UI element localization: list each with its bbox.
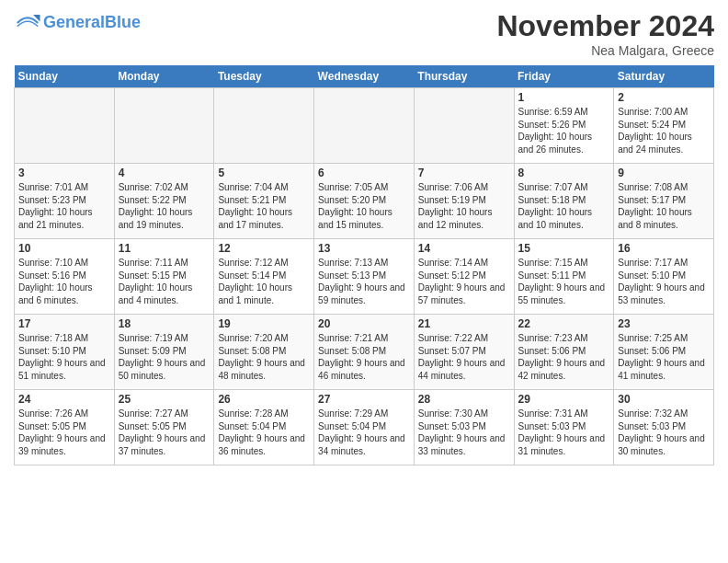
calendar-cell: 19Sunrise: 7:20 AM Sunset: 5:08 PM Dayli…	[214, 315, 314, 390]
calendar-cell: 23Sunrise: 7:25 AM Sunset: 5:06 PM Dayli…	[614, 315, 714, 390]
day-number: 11	[119, 242, 210, 255]
day-number: 7	[418, 167, 510, 179]
day-info: Sunrise: 7:27 AM Sunset: 5:05 PM Dayligh…	[119, 408, 210, 457]
calendar-cell	[314, 88, 415, 164]
calendar-week-row: 1Sunrise: 6:59 AM Sunset: 5:26 PM Daylig…	[15, 88, 714, 164]
col-wednesday: Wednesday	[314, 65, 415, 88]
day-info: Sunrise: 7:17 AM Sunset: 5:10 PM Dayligh…	[618, 257, 710, 306]
day-number: 30	[618, 393, 710, 406]
calendar-cell	[214, 88, 314, 164]
calendar-cell: 27Sunrise: 7:29 AM Sunset: 5:04 PM Dayli…	[314, 390, 415, 465]
logo-text: GeneralBlue	[43, 14, 141, 32]
day-info: Sunrise: 7:30 AM Sunset: 5:03 PM Dayligh…	[418, 408, 510, 457]
day-number: 25	[119, 393, 210, 406]
calendar-cell: 3Sunrise: 7:01 AM Sunset: 5:23 PM Daylig…	[15, 164, 115, 239]
calendar-cell: 28Sunrise: 7:30 AM Sunset: 5:03 PM Dayli…	[414, 390, 514, 465]
col-friday: Friday	[514, 65, 614, 88]
day-info: Sunrise: 7:23 AM Sunset: 5:06 PM Dayligh…	[518, 332, 610, 382]
day-number: 2	[618, 91, 710, 104]
day-number: 21	[418, 317, 510, 330]
day-number: 26	[218, 393, 310, 406]
month-title: November 2024	[496, 9, 714, 43]
title-area: November 2024 Nea Malgara, Greece	[496, 9, 714, 58]
calendar-header-row: Sunday Monday Tuesday Wednesday Thursday…	[15, 65, 714, 88]
day-info: Sunrise: 7:29 AM Sunset: 5:04 PM Dayligh…	[318, 408, 410, 457]
day-number: 22	[518, 317, 610, 330]
day-info: Sunrise: 6:59 AM Sunset: 5:26 PM Dayligh…	[518, 106, 610, 155]
calendar-body: 1Sunrise: 6:59 AM Sunset: 5:26 PM Daylig…	[15, 88, 714, 465]
calendar-cell: 21Sunrise: 7:22 AM Sunset: 5:07 PM Dayli…	[414, 315, 514, 390]
day-info: Sunrise: 7:02 AM Sunset: 5:22 PM Dayligh…	[119, 181, 210, 231]
day-number: 1	[518, 91, 610, 104]
day-number: 15	[518, 242, 610, 255]
day-number: 10	[18, 242, 110, 255]
day-info: Sunrise: 7:22 AM Sunset: 5:07 PM Dayligh…	[418, 332, 510, 382]
page-container: GeneralBlue November 2024 Nea Malgara, G…	[0, 0, 728, 475]
day-number: 17	[18, 317, 110, 330]
col-sunday: Sunday	[15, 65, 115, 88]
day-number: 12	[218, 242, 310, 255]
day-number: 23	[618, 317, 710, 330]
day-info: Sunrise: 7:12 AM Sunset: 5:14 PM Dayligh…	[218, 257, 310, 306]
page-header: GeneralBlue November 2024 Nea Malgara, G…	[14, 9, 714, 58]
day-info: Sunrise: 7:06 AM Sunset: 5:19 PM Dayligh…	[418, 181, 510, 231]
calendar-cell: 22Sunrise: 7:23 AM Sunset: 5:06 PM Dayli…	[514, 315, 614, 390]
logo-line1: General	[43, 13, 105, 31]
calendar-cell: 2Sunrise: 7:00 AM Sunset: 5:24 PM Daylig…	[614, 88, 714, 164]
day-info: Sunrise: 7:00 AM Sunset: 5:24 PM Dayligh…	[618, 106, 710, 155]
calendar-cell: 30Sunrise: 7:32 AM Sunset: 5:03 PM Dayli…	[614, 390, 714, 465]
calendar-cell: 13Sunrise: 7:13 AM Sunset: 5:13 PM Dayli…	[314, 239, 415, 315]
logo-line2: Blue	[105, 13, 141, 31]
calendar-week-row: 3Sunrise: 7:01 AM Sunset: 5:23 PM Daylig…	[15, 164, 714, 239]
day-number: 24	[18, 393, 110, 406]
calendar-cell: 16Sunrise: 7:17 AM Sunset: 5:10 PM Dayli…	[614, 239, 714, 315]
day-info: Sunrise: 7:13 AM Sunset: 5:13 PM Dayligh…	[318, 257, 410, 306]
day-info: Sunrise: 7:26 AM Sunset: 5:05 PM Dayligh…	[18, 408, 110, 457]
calendar-week-row: 17Sunrise: 7:18 AM Sunset: 5:10 PM Dayli…	[15, 315, 714, 390]
calendar-cell: 10Sunrise: 7:10 AM Sunset: 5:16 PM Dayli…	[15, 239, 115, 315]
calendar-cell: 24Sunrise: 7:26 AM Sunset: 5:05 PM Dayli…	[15, 390, 115, 465]
calendar-cell	[15, 88, 115, 164]
day-info: Sunrise: 7:32 AM Sunset: 5:03 PM Dayligh…	[618, 408, 710, 457]
calendar-cell: 8Sunrise: 7:07 AM Sunset: 5:18 PM Daylig…	[514, 164, 614, 239]
day-info: Sunrise: 7:04 AM Sunset: 5:21 PM Dayligh…	[218, 181, 310, 231]
calendar-cell: 26Sunrise: 7:28 AM Sunset: 5:04 PM Dayli…	[214, 390, 314, 465]
calendar-cell: 7Sunrise: 7:06 AM Sunset: 5:19 PM Daylig…	[414, 164, 514, 239]
day-info: Sunrise: 7:28 AM Sunset: 5:04 PM Dayligh…	[218, 408, 310, 457]
calendar-cell: 25Sunrise: 7:27 AM Sunset: 5:05 PM Dayli…	[114, 390, 214, 465]
day-info: Sunrise: 7:25 AM Sunset: 5:06 PM Dayligh…	[618, 332, 710, 382]
col-saturday: Saturday	[614, 65, 714, 88]
calendar-cell: 12Sunrise: 7:12 AM Sunset: 5:14 PM Dayli…	[214, 239, 314, 315]
location-subtitle: Nea Malgara, Greece	[496, 43, 714, 58]
day-number: 14	[418, 242, 510, 255]
day-number: 13	[318, 242, 410, 255]
day-number: 29	[518, 393, 610, 406]
day-info: Sunrise: 7:18 AM Sunset: 5:10 PM Dayligh…	[18, 332, 110, 382]
calendar-cell	[114, 88, 214, 164]
logo-icon	[14, 9, 41, 37]
col-monday: Monday	[114, 65, 214, 88]
col-thursday: Thursday	[414, 65, 514, 88]
calendar-cell	[414, 88, 514, 164]
calendar-week-row: 24Sunrise: 7:26 AM Sunset: 5:05 PM Dayli…	[15, 390, 714, 465]
calendar-week-row: 10Sunrise: 7:10 AM Sunset: 5:16 PM Dayli…	[15, 239, 714, 315]
day-number: 28	[418, 393, 510, 406]
col-tuesday: Tuesday	[214, 65, 314, 88]
calendar-cell: 18Sunrise: 7:19 AM Sunset: 5:09 PM Dayli…	[114, 315, 214, 390]
day-info: Sunrise: 7:08 AM Sunset: 5:17 PM Dayligh…	[618, 181, 710, 231]
calendar-cell: 4Sunrise: 7:02 AM Sunset: 5:22 PM Daylig…	[114, 164, 214, 239]
day-info: Sunrise: 7:31 AM Sunset: 5:03 PM Dayligh…	[518, 408, 610, 457]
day-number: 6	[318, 167, 410, 179]
day-number: 27	[318, 393, 410, 406]
calendar-cell: 6Sunrise: 7:05 AM Sunset: 5:20 PM Daylig…	[314, 164, 415, 239]
day-info: Sunrise: 7:21 AM Sunset: 5:08 PM Dayligh…	[318, 332, 410, 382]
day-number: 5	[218, 167, 310, 179]
day-number: 18	[119, 317, 210, 330]
day-number: 16	[618, 242, 710, 255]
day-info: Sunrise: 7:07 AM Sunset: 5:18 PM Dayligh…	[518, 181, 610, 231]
day-number: 19	[218, 317, 310, 330]
day-info: Sunrise: 7:10 AM Sunset: 5:16 PM Dayligh…	[18, 257, 110, 306]
calendar-cell: 9Sunrise: 7:08 AM Sunset: 5:17 PM Daylig…	[614, 164, 714, 239]
day-info: Sunrise: 7:15 AM Sunset: 5:11 PM Dayligh…	[518, 257, 610, 306]
logo: GeneralBlue	[14, 9, 141, 37]
